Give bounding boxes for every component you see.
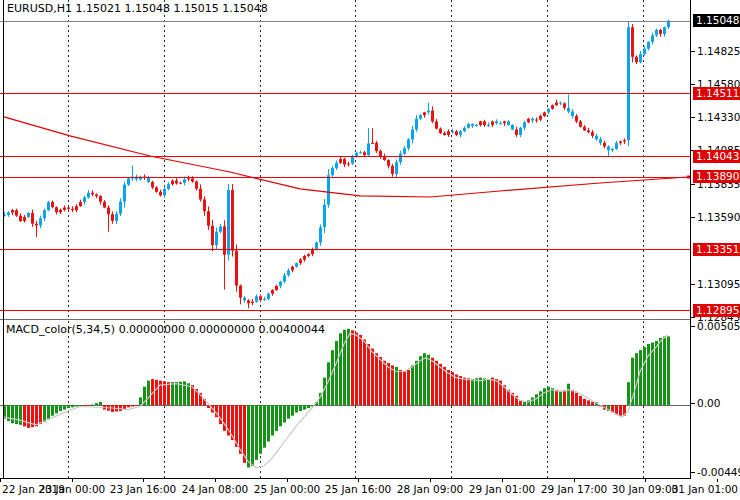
level-price-badge: 1.12895 [693, 304, 740, 317]
time-tick-mark [502, 479, 503, 482]
time-tick-mark [358, 479, 359, 482]
macd-indicator-label: MACD_color(5,34,5) 0.00000000 0.00000000… [6, 323, 325, 336]
current-price-badge: 1.15048 [693, 14, 740, 27]
time-tick-mark [574, 479, 575, 482]
macd-tick-label: 0.0050553 [697, 320, 740, 332]
price-tick-label: 1.13095 [697, 278, 740, 290]
level-price-badge: 1.13890 [693, 170, 740, 183]
scale-tick-mark [691, 472, 695, 473]
time-axis-label: 28 Jan 09:00 [397, 483, 463, 495]
time-axis-label: 24 Jan 08:00 [182, 483, 248, 495]
time-axis-label: 25 Jan 00:00 [254, 483, 320, 495]
chart-left-frame [3, 0, 4, 478]
scale-tick-mark [691, 184, 695, 185]
macd-indicator-pane[interactable] [0, 319, 691, 479]
price-chart-canvas[interactable] [0, 0, 691, 319]
price-scale[interactable]: 1.148251.145801.143301.140851.138351.135… [690, 0, 740, 479]
chart-title: EURUSD,H1 1.15021 1.15048 1.15015 1.1504… [7, 2, 268, 15]
scale-tick-mark [691, 326, 695, 327]
macd-tick-label: -0.004499 [697, 466, 740, 478]
candles-group [3, 20, 670, 309]
level-price-badge: 1.14043 [693, 150, 740, 163]
price-chart-pane[interactable] [0, 0, 691, 319]
scale-tick-mark [691, 117, 695, 118]
time-tick-mark [645, 479, 646, 482]
time-axis-label: 31 Jan 01:00 [672, 483, 738, 495]
scale-tick-mark [691, 317, 695, 318]
price-tick-label: 1.14330 [697, 111, 740, 123]
price-tick-label: 1.13590 [697, 211, 740, 223]
time-axis-label: 29 Jan 01:00 [469, 483, 535, 495]
time-tick-mark [143, 479, 144, 482]
level-price-badge: 1.13351 [693, 243, 740, 256]
time-axis-label: 23 Jan 16:00 [110, 483, 176, 495]
scale-tick-mark [691, 217, 695, 218]
time-tick-mark [430, 479, 431, 482]
macd-tick-label: 0.00 [697, 397, 720, 409]
time-axis[interactable]: 22 Jan 201923 Jan 00:0023 Jan 16:0024 Ja… [0, 479, 740, 500]
time-tick-mark [717, 479, 718, 482]
macd-canvas[interactable] [0, 321, 691, 479]
time-tick-mark [287, 479, 288, 482]
time-axis-label: 29 Jan 17:00 [541, 483, 607, 495]
scale-tick-mark [691, 84, 695, 85]
macd-histogram [3, 329, 670, 468]
time-tick-mark [215, 479, 216, 482]
time-axis-label: 23 Jan 00:00 [39, 483, 105, 495]
time-tick-mark [72, 479, 73, 482]
mt4-chart-window: EURUSD,H1 1.15021 1.15048 1.15015 1.1504… [0, 0, 740, 500]
level-price-badge: 1.14511 [693, 87, 740, 100]
time-axis-label: 25 Jan 16:00 [325, 483, 391, 495]
scale-tick-mark [691, 403, 695, 404]
scale-tick-mark [691, 284, 695, 285]
time-axis-label: 30 Jan 09:00 [612, 483, 678, 495]
time-tick-mark [0, 479, 1, 482]
scale-tick-mark [691, 51, 695, 52]
price-tick-label: 1.14825 [697, 45, 740, 57]
